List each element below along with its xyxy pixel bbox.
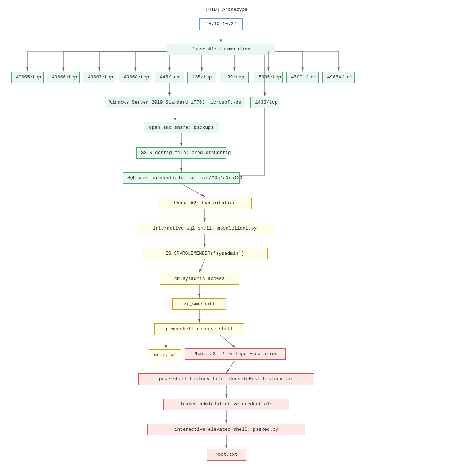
node-phase1: Phase #1: Enumeration [167,44,275,55]
node-db-access: db sysadmin access [160,273,239,285]
node-user-txt: user.txt [149,349,181,361]
node-port-1433: 1433/tcp [250,97,279,108]
node-port-49666: 49666/tcp [47,72,80,83]
node-smb-share: open smb share: backups [144,122,219,133]
svg-line-29 [199,259,205,272]
svg-line-34 [226,360,235,373]
node-ip: 10.10.10.27 [199,18,243,30]
node-port-135: 135/tcp [187,72,216,83]
node-port-49665: 49665/tcp [11,72,44,83]
node-root-txt: root.txt [207,449,246,461]
node-is-srv: IS_SRVROLEMEMBER('sysadmin') [142,248,268,259]
page-title: [HTB] Archetype [4,4,449,14]
node-ps-shell: powershell reverse shell [154,323,244,335]
svg-line-26 [181,184,205,197]
node-ps-history: powershell history file: ConsoleHost_his… [138,373,314,385]
node-phase2: Phase #2: Exploitation [158,198,252,209]
node-port-139: 139/tcp [220,72,249,83]
node-port-49664: 49664/tcp [322,72,355,83]
node-elevated-shell: interactive elevated shell: psexec.py [147,424,305,435]
node-win-server: Windows Server 2019 Standard 17763 micro… [105,97,245,108]
node-port-49668: 49668/tcp [119,72,151,83]
node-phase3: Phase #3: Privilege Escalation [185,348,286,360]
node-port-445: 445/tcp [155,72,184,83]
node-port-49667: 49667/tcp [83,72,115,83]
node-ssis-config: SSIS config file: prod.dtsConfig [136,147,226,159]
node-xp-cmd: xp_cmdshell [172,298,226,310]
node-leaked-creds: leaked administrative credentials [163,399,289,410]
svg-line-33 [220,335,235,348]
node-port-5985: 5985/tcp [254,72,283,83]
node-sql-shell: interactive sql shell: mssqlclient.py [135,223,275,234]
node-sql-creds: SQL user credentials: sql_svc/M3g4c0rp12… [123,172,240,184]
diagram-wrapper: [HTB] Archetype 10.10.10.27 Phase #1: En… [4,4,449,472]
node-port-47001: 47001/tcp [286,72,319,83]
